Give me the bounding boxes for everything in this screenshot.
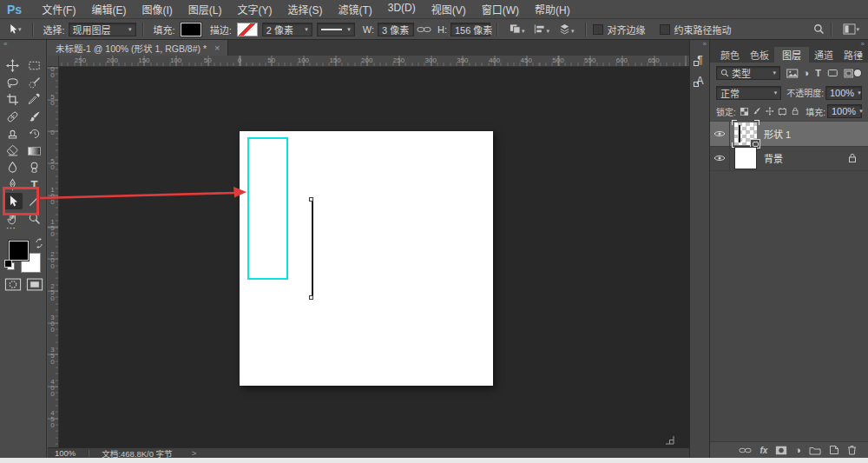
- align-edges-option[interactable]: 对齐边缘: [593, 23, 646, 36]
- collapse-panel-icon[interactable]: «: [3, 40, 7, 48]
- lock-artboard-icon[interactable]: [778, 107, 787, 116]
- fill-color-swatch[interactable]: [181, 23, 201, 36]
- visibility-toggle[interactable]: [710, 146, 730, 170]
- filter-kind-dropdown[interactable]: 类型 ▾: [716, 66, 780, 80]
- menu-item[interactable]: 帮助(H): [527, 2, 578, 17]
- current-tool-button[interactable]: ▾: [7, 23, 22, 35]
- blend-mode-dropdown[interactable]: 正常 ▾: [716, 86, 781, 100]
- clone-stamp-tool[interactable]: [3, 125, 23, 142]
- new-layer-icon[interactable]: [829, 445, 839, 455]
- move-tool[interactable]: [3, 57, 23, 74]
- layer-name[interactable]: 形状 1: [764, 127, 791, 141]
- lock-pixels-icon[interactable]: [753, 106, 761, 116]
- tab-color[interactable]: 颜色: [715, 47, 745, 63]
- layer-row-background[interactable]: 背景: [710, 146, 868, 171]
- foreground-color-swatch[interactable]: [9, 241, 29, 261]
- anchor-point-handle[interactable]: [309, 295, 313, 300]
- menu-item[interactable]: 选择(S): [279, 2, 330, 17]
- panel-menu-icon[interactable]: ≡: [858, 50, 863, 60]
- path-operations-button[interactable]: ▾: [509, 23, 525, 35]
- menu-item[interactable]: 窗口(W): [474, 2, 527, 17]
- edit-toolbar-icon[interactable]: ⋯: [6, 222, 16, 234]
- default-colors-icon[interactable]: [4, 260, 12, 268]
- zoom-level-field[interactable]: 100%: [55, 448, 76, 458]
- layer-row-shape[interactable]: 形状 1: [710, 122, 868, 147]
- filter-smart-objects-icon[interactable]: [844, 69, 854, 78]
- stroke-style-dropdown[interactable]: ▾: [317, 23, 355, 36]
- fill-dropdown[interactable]: 100% ▾: [827, 104, 862, 118]
- crop-tool[interactable]: [3, 91, 23, 108]
- character-panel-button[interactable]: A: [691, 72, 709, 89]
- history-brush-tool[interactable]: [24, 125, 44, 142]
- menu-item[interactable]: 图层(L): [181, 2, 230, 17]
- swap-colors-icon[interactable]: [34, 238, 44, 248]
- lasso-tool[interactable]: [3, 75, 23, 91]
- eyedropper-tool[interactable]: [24, 91, 44, 108]
- stroke-width-dropdown[interactable]: 2 像素▾: [262, 23, 312, 36]
- layer-style-icon[interactable]: fx: [760, 446, 767, 455]
- collapse-panels-icon[interactable]: »: [861, 40, 865, 48]
- stroke-color-swatch[interactable]: [237, 23, 258, 36]
- layer-thumbnail[interactable]: [734, 122, 757, 145]
- filter-type-layers-icon[interactable]: T: [815, 68, 821, 78]
- tab-layers[interactable]: 图层: [774, 47, 809, 63]
- lock-all-icon[interactable]: [792, 106, 799, 116]
- delete-layer-icon[interactable]: [847, 445, 857, 455]
- search-icon[interactable]: [813, 23, 825, 35]
- constrain-drag-checkbox[interactable]: [660, 24, 670, 35]
- menu-item[interactable]: 文字(Y): [229, 2, 279, 17]
- tab-swatches[interactable]: 色板: [745, 47, 774, 63]
- width-input[interactable]: 3 像素: [378, 23, 414, 36]
- align-edges-checkbox[interactable]: [593, 24, 603, 35]
- filter-pixel-layers-icon[interactable]: [786, 69, 799, 78]
- quick-selection-tool[interactable]: [24, 75, 44, 91]
- lock-position-icon[interactable]: [766, 106, 774, 116]
- filter-shape-layers-icon[interactable]: [827, 69, 838, 77]
- add-mask-icon[interactable]: [775, 446, 787, 455]
- menu-item[interactable]: 滤镜(T): [330, 2, 379, 17]
- close-tab-icon[interactable]: ×: [214, 43, 220, 53]
- brush-tool[interactable]: [24, 109, 44, 125]
- healing-brush-tool[interactable]: [3, 109, 23, 125]
- link-dimensions-icon[interactable]: [417, 25, 431, 34]
- gradient-tool[interactable]: [24, 142, 44, 159]
- resize-grip-icon[interactable]: [664, 434, 675, 446]
- menu-item[interactable]: 图像(I): [134, 2, 180, 17]
- select-mode-dropdown[interactable]: 现用图层▾: [69, 23, 136, 36]
- ruler-left[interactable]: 10050050100150200250300350400450: [48, 67, 59, 447]
- path-arrangement-button[interactable]: ▾: [558, 23, 575, 35]
- marquee-tool[interactable]: [24, 57, 44, 74]
- menu-item[interactable]: 3D(D): [380, 2, 424, 17]
- paragraph-panel-button[interactable]: ¶: [691, 51, 709, 69]
- anchor-point-handle[interactable]: [309, 197, 313, 202]
- height-input[interactable]: 156 像素: [450, 23, 490, 36]
- tab-paths[interactable]: 路径: [838, 47, 868, 63]
- opacity-dropdown[interactable]: 100% ▾: [825, 86, 862, 100]
- menu-item[interactable]: 视图(V): [424, 2, 474, 17]
- canvas-viewport[interactable]: [59, 67, 689, 447]
- layer-thumbnail[interactable]: [734, 147, 757, 169]
- blur-tool[interactable]: [3, 159, 23, 175]
- menu-item[interactable]: 文件(F): [34, 2, 83, 17]
- link-layers-icon[interactable]: [739, 446, 752, 454]
- eraser-tool[interactable]: [3, 142, 23, 159]
- expand-panels-icon[interactable]: »: [703, 40, 707, 48]
- dodge-tool[interactable]: [24, 159, 44, 175]
- lock-transparency-icon[interactable]: [740, 107, 748, 116]
- screen-mode-icon[interactable]: [26, 278, 43, 291]
- menu-item[interactable]: 编辑(E): [83, 2, 134, 17]
- new-group-icon[interactable]: [809, 446, 821, 455]
- constrain-drag-option[interactable]: 约束路径拖动: [660, 23, 732, 36]
- document-tab[interactable]: 未标题-1 @ 100% (形状 1, RGB/8#) * ×: [48, 40, 228, 56]
- add-adjustment-layer-icon[interactable]: ◑: [795, 445, 801, 455]
- status-chevron-icon[interactable]: >: [192, 448, 197, 458]
- filtering-toggle[interactable]: [853, 69, 862, 77]
- filter-adjustment-layers-icon[interactable]: ◑: [804, 68, 810, 78]
- workspace-switcher-button[interactable]: ▾: [843, 23, 859, 35]
- layer-name[interactable]: 背景: [764, 151, 783, 165]
- ruler-top[interactable]: 2502001501005005010015020025030035040045…: [59, 56, 689, 67]
- tab-channels[interactable]: 通道: [809, 47, 838, 63]
- ruler-origin-corner[interactable]: [48, 56, 59, 67]
- quick-mask-mode-icon[interactable]: [4, 278, 22, 291]
- visibility-toggle[interactable]: [710, 122, 730, 146]
